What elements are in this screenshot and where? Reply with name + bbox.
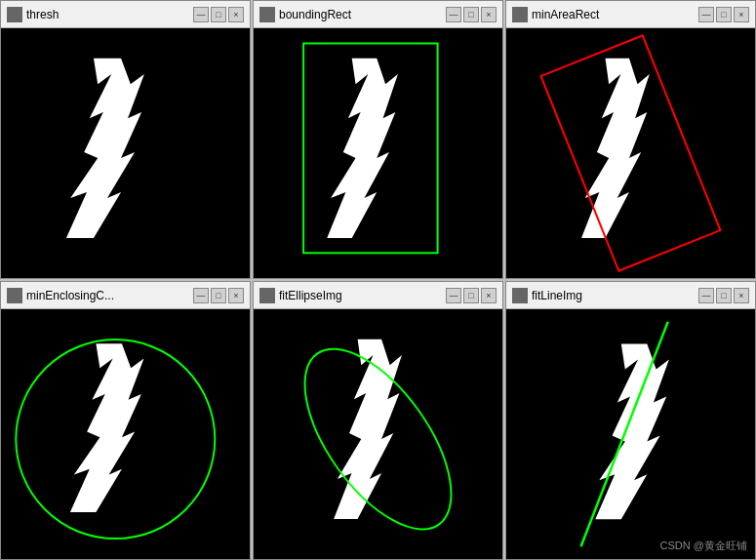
window-fitline: fitLineImg — □ × CSDN @黄金旺铺	[505, 281, 756, 560]
titlebar-minenclosingcircle: minEnclosingC... — □ ×	[1, 282, 250, 309]
minimize-btn-minenclosingcircle[interactable]: —	[193, 288, 209, 303]
titlebar-buttons-fitellipse: — □ ×	[446, 288, 497, 303]
titlebar-minarearect: minAreaRect — □ ×	[506, 1, 755, 28]
maximize-btn-fitellipse[interactable]: □	[463, 288, 479, 303]
canvas-minarearect	[506, 28, 755, 278]
close-btn-minarearect[interactable]: ×	[734, 7, 749, 22]
canvas-fitellipse	[254, 309, 502, 559]
window-icon-thresh	[7, 7, 22, 22]
window-icon-minenclosingcircle	[7, 288, 22, 303]
window-icon-fitline	[512, 288, 528, 303]
close-btn-fitline[interactable]: ×	[734, 288, 749, 303]
window-icon-fitellipse	[259, 288, 275, 303]
close-btn-fitellipse[interactable]: ×	[481, 288, 497, 303]
maximize-btn-boundingrect[interactable]: □	[463, 7, 479, 22]
titlebar-fitline: fitLineImg — □ ×	[506, 282, 755, 309]
close-btn-minenclosingcircle[interactable]: ×	[228, 288, 244, 303]
canvas-minenclosingcircle	[1, 309, 250, 559]
titlebar-thresh: thresh — □ ×	[1, 1, 250, 28]
window-fitellipse: fitEllipseImg — □ ×	[253, 281, 503, 560]
titlebar-buttons-thresh: — □ ×	[193, 7, 244, 22]
close-btn-thresh[interactable]: ×	[228, 7, 244, 22]
maximize-btn-minenclosingcircle[interactable]: □	[211, 288, 226, 303]
watermark: CSDN @黄金旺铺	[660, 539, 747, 553]
title-thresh: thresh	[26, 8, 189, 21]
minimize-btn-boundingrect[interactable]: —	[446, 7, 461, 22]
canvas-fitline: CSDN @黄金旺铺	[506, 309, 755, 559]
fitellipse-canvas	[254, 309, 502, 559]
minimize-btn-thresh[interactable]: —	[193, 7, 209, 22]
thresh-canvas	[1, 28, 250, 278]
title-fitline: fitLineImg	[532, 289, 695, 302]
window-thresh: thresh — □ ×	[0, 0, 251, 279]
window-icon-minarearect	[512, 7, 528, 22]
minimize-btn-fitline[interactable]: —	[698, 288, 714, 303]
titlebar-buttons-fitline: — □ ×	[698, 288, 749, 303]
title-fitellipse: fitEllipseImg	[279, 289, 442, 302]
title-boundingrect: boundingRect	[279, 8, 442, 21]
boundingrect-canvas	[254, 28, 502, 278]
minenclosingcircle-canvas	[1, 309, 250, 559]
title-minenclosingcircle: minEnclosingC...	[26, 289, 189, 302]
maximize-btn-minarearect[interactable]: □	[716, 7, 732, 22]
minimize-btn-fitellipse[interactable]: —	[446, 288, 461, 303]
window-minenclosingcircle: minEnclosingC... — □ ×	[0, 281, 251, 560]
window-boundingrect: boundingRect — □ ×	[253, 0, 503, 279]
window-icon-boundingrect	[259, 7, 275, 22]
close-btn-boundingrect[interactable]: ×	[481, 7, 497, 22]
canvas-thresh	[1, 28, 250, 278]
titlebar-buttons-boundingrect: — □ ×	[446, 7, 497, 22]
fitline-canvas	[506, 309, 755, 559]
window-minarearect: minAreaRect — □ ×	[505, 0, 756, 279]
titlebar-fitellipse: fitEllipseImg — □ ×	[254, 282, 502, 309]
minimize-btn-minarearect[interactable]: —	[698, 7, 714, 22]
title-minarearect: minAreaRect	[532, 8, 695, 21]
titlebar-boundingrect: boundingRect — □ ×	[254, 1, 502, 28]
maximize-btn-fitline[interactable]: □	[716, 288, 732, 303]
titlebar-buttons-minenclosingcircle: — □ ×	[193, 288, 244, 303]
minarearect-canvas	[506, 28, 755, 278]
canvas-boundingrect	[254, 28, 502, 278]
maximize-btn-thresh[interactable]: □	[211, 7, 226, 22]
titlebar-buttons-minarearect: — □ ×	[698, 7, 749, 22]
